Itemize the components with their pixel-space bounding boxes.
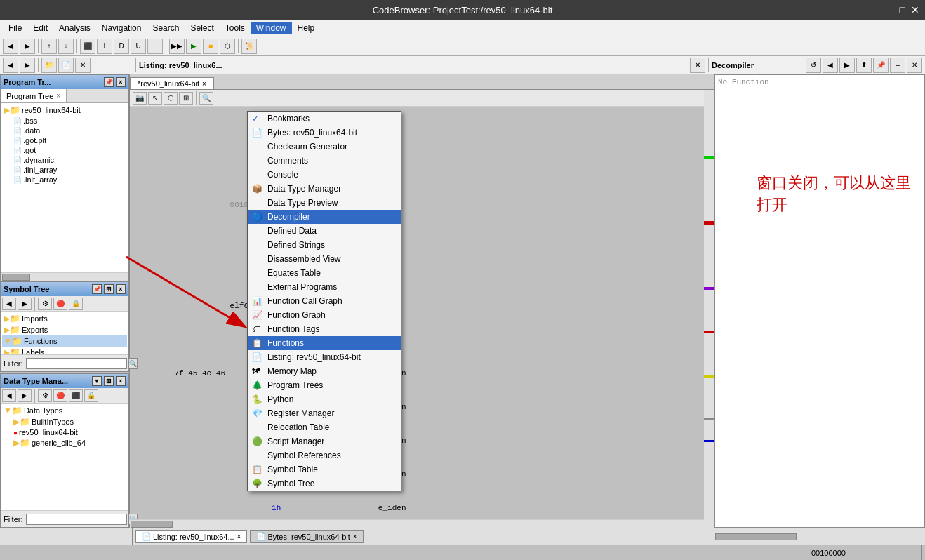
menu-func-graph[interactable]: 📈 Function Graph xyxy=(248,308,401,322)
menu-dtype-preview[interactable]: Data Type Preview xyxy=(248,196,401,210)
tb-btn3[interactable]: ⬛ xyxy=(80,39,95,54)
dtype-forward[interactable]: ▶ xyxy=(18,389,32,402)
tree-item-dynamic[interactable]: 📄 .dynamic xyxy=(2,155,127,165)
tree-item-got[interactable]: 📄 .got xyxy=(2,145,127,155)
tb-btn6[interactable]: U xyxy=(131,39,146,54)
tb-up[interactable]: ↑ xyxy=(41,39,57,54)
menu-python[interactable]: 🐍 Python xyxy=(248,392,401,406)
tb-run[interactable]: ▶ xyxy=(186,39,201,54)
tb-down[interactable]: ↓ xyxy=(58,39,74,54)
menu-program-trees[interactable]: 🌲 Program Trees xyxy=(248,378,401,392)
bottom-tab-listing[interactable]: 📄 Listing: rev50_linux64... × xyxy=(135,530,247,543)
sym-item-functions[interactable]: ▼📁 Functions xyxy=(2,335,127,347)
maximize-btn[interactable]: □ xyxy=(900,4,905,15)
tb-script[interactable]: 📜 xyxy=(241,39,257,54)
menu-listing[interactable]: 📄 Listing: rev50_linux64-bit xyxy=(248,350,401,364)
menu-defined-strings[interactable]: Defined Strings xyxy=(248,238,401,252)
tb-stop[interactable]: ■ xyxy=(203,39,218,54)
tree-item-fini[interactable]: 📄 .fini_array xyxy=(2,165,127,175)
dtype-back[interactable]: ◀ xyxy=(2,389,16,402)
prog-tree-btn1[interactable]: 📁 xyxy=(41,58,57,73)
close-btn[interactable]: ✕ xyxy=(911,4,919,15)
menu-bookmarks[interactable]: ✓ Bookmarks xyxy=(248,112,401,126)
menu-decompiler[interactable]: 🔵 Decompiler xyxy=(248,210,401,224)
menu-disassembled[interactable]: Disassembled View xyxy=(248,252,401,266)
dtype-close-btn[interactable]: × xyxy=(116,376,126,386)
dtype-item-rev50[interactable]: ● rev50_linux64-bit xyxy=(2,427,127,437)
menu-window[interactable]: Window xyxy=(251,22,292,34)
menu-script-manager[interactable]: 🟢 Script Manager xyxy=(248,434,401,448)
dtype-btn2[interactable]: 🔴 xyxy=(53,389,67,402)
decomp-btn2[interactable]: ◀ xyxy=(823,58,838,73)
prog-tree-tab-close[interactable]: × xyxy=(56,92,60,100)
tree-item-init[interactable]: 📄 .init_array xyxy=(2,175,127,185)
tree-item-bss[interactable]: 📄 .bss xyxy=(2,116,127,126)
menu-file[interactable]: File xyxy=(3,22,27,34)
sym-tree-btn2[interactable]: ⊞ xyxy=(104,284,114,294)
prog-tree-pin[interactable]: 📌 xyxy=(104,77,114,87)
sym-filter-input[interactable] xyxy=(26,358,127,369)
tree-item-root[interactable]: ▶📁 rev50_linux64-bit xyxy=(2,105,127,116)
listing-tb-cam[interactable]: 📷 xyxy=(133,92,147,105)
prog-tree-close[interactable]: ✕ xyxy=(75,58,91,73)
listing-tab-rev50-close[interactable]: × xyxy=(202,80,206,88)
menu-register-manager[interactable]: 💎 Register Manager xyxy=(248,406,401,420)
sym-toolbar-btn5[interactable]: 🔒 xyxy=(69,298,83,310)
menu-help[interactable]: Help xyxy=(292,22,321,34)
prog-tree-nav-left[interactable]: ◀ xyxy=(3,58,18,73)
listing-close[interactable]: ✕ xyxy=(690,58,705,73)
bottom-tab-listing-close[interactable]: × xyxy=(237,533,241,540)
menu-bytes[interactable]: 📄 Bytes: rev50_linux64-bit xyxy=(248,126,401,140)
menu-navigation[interactable]: Navigation xyxy=(96,22,147,34)
prog-tree-nav-right[interactable]: ▶ xyxy=(20,58,35,73)
sym-item-imports[interactable]: ▶📁 Imports xyxy=(2,313,127,324)
menu-dtype-manager[interactable]: 📦 Data Type Manager xyxy=(248,182,401,196)
menu-func-call-graph[interactable]: 📊 Function Call Graph xyxy=(248,294,401,308)
bottom-tab-bytes-close[interactable]: × xyxy=(353,533,357,540)
menu-analysis[interactable]: Analysis xyxy=(53,22,96,34)
tb-forward[interactable]: ▶ xyxy=(20,39,35,54)
listing-tb-select[interactable]: ⬡ xyxy=(164,92,178,105)
sym-item-exports[interactable]: ▶📁 Exports xyxy=(2,324,127,335)
decomp-btn1[interactable]: ↺ xyxy=(806,58,821,73)
listing-tb-cursor[interactable]: ↖ xyxy=(148,92,162,105)
menu-defined-data[interactable]: Defined Data xyxy=(248,224,401,238)
menu-relocation-table[interactable]: Relocation Table xyxy=(248,420,401,434)
sym-toolbar-btn1[interactable]: ◀ xyxy=(2,298,16,310)
decomp-btn5[interactable]: 📌 xyxy=(873,58,889,73)
decomp-btn4[interactable]: ⬆ xyxy=(856,58,872,73)
tree-item-gotplt[interactable]: 📄 .got.plt xyxy=(2,135,127,145)
prog-tree-btn2[interactable]: 📄 xyxy=(58,58,74,73)
sym-tree-pin[interactable]: 📌 xyxy=(92,284,102,294)
dtype-filter-input[interactable] xyxy=(26,514,127,525)
tb-step[interactable]: ⬡ xyxy=(220,39,235,54)
bottom-tab-bytes[interactable]: 📄 Bytes: rev50_linux64-bit × xyxy=(250,530,363,543)
menu-external-programs[interactable]: External Programs xyxy=(248,280,401,294)
dtype-btn2[interactable]: ⊞ xyxy=(104,376,114,386)
tb-analysis[interactable]: ▶▶ xyxy=(169,39,185,54)
listing-tb-layout[interactable]: ⊞ xyxy=(179,92,193,105)
tb-btn4[interactable]: I xyxy=(97,39,112,54)
prog-tree-tab[interactable]: Program Tree × xyxy=(1,89,67,102)
menu-func-tags[interactable]: 🏷 Function Tags xyxy=(248,322,401,336)
decomp-minimize[interactable]: – xyxy=(890,58,905,73)
tb-back[interactable]: ◀ xyxy=(3,39,18,54)
sym-toolbar-btn2[interactable]: ▶ xyxy=(18,298,32,310)
sym-tree-close-btn[interactable]: × xyxy=(116,284,126,294)
menu-comments[interactable]: Comments xyxy=(248,154,401,168)
menu-symbol-table[interactable]: 📋 Symbol Table xyxy=(248,462,401,476)
dtype-btn1[interactable]: ⚙ xyxy=(38,389,52,402)
dtype-item-builtin[interactable]: ▶📁 BuiltInTypes xyxy=(2,416,127,427)
menu-functions[interactable]: 📋 Functions xyxy=(248,336,401,350)
dtype-item-generic[interactable]: ▶📁 generic_clib_64 xyxy=(2,437,127,448)
listing-tb-zoom[interactable]: 🔍 xyxy=(199,92,213,105)
minimize-btn[interactable]: – xyxy=(889,4,894,15)
listing-tab-rev50[interactable]: *rev50_linux64-bit × xyxy=(130,77,214,89)
menu-edit[interactable]: Edit xyxy=(27,22,53,34)
tb-btn5[interactable]: D xyxy=(114,39,129,54)
dtype-btn4[interactable]: 🔒 xyxy=(84,389,98,402)
prog-tree-close-btn[interactable]: × xyxy=(116,77,126,87)
menu-equates[interactable]: Equates Table xyxy=(248,266,401,280)
sym-item-labels[interactable]: ▶📁 Labels xyxy=(2,347,127,354)
tree-item-data[interactable]: 📄 .data xyxy=(2,126,127,135)
